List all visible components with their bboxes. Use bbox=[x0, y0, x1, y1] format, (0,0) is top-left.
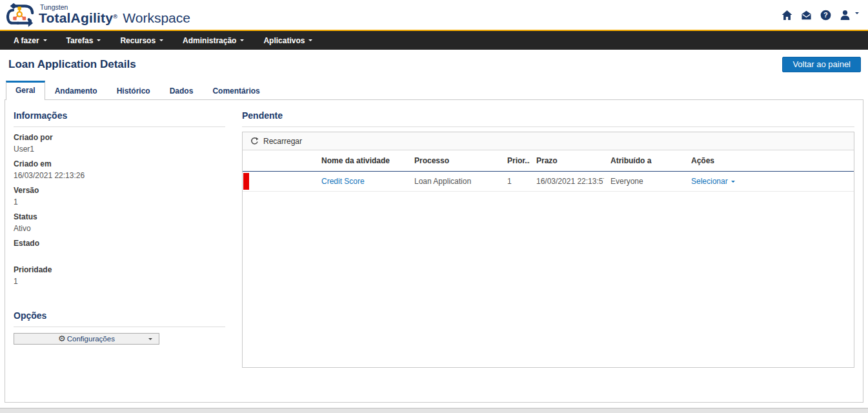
due-date-cell: 16/03/2021 22:13:57 bbox=[530, 172, 604, 192]
nav-item-a-fazer[interactable]: A fazer bbox=[4, 31, 57, 50]
priority-cell: 1 bbox=[501, 172, 530, 192]
nav-item-administracao[interactable]: Administração bbox=[173, 31, 254, 50]
pending-heading: Pendente bbox=[242, 100, 854, 127]
col-priority[interactable]: Prior... bbox=[501, 150, 530, 172]
nav-label: Administração bbox=[183, 36, 236, 45]
back-to-dashboard-button[interactable]: Voltar ao painel bbox=[782, 57, 861, 72]
tab-andamento[interactable]: Andamento bbox=[45, 81, 107, 100]
reload-label: Recarregar bbox=[263, 137, 302, 146]
registered-mark: ® bbox=[113, 14, 117, 20]
footer-strip bbox=[0, 408, 868, 413]
field-criado-por: Criado por User1 bbox=[14, 133, 225, 154]
field-value: Ativo bbox=[14, 224, 225, 233]
info-column: Informações Criado por User1 Criado em 1… bbox=[5, 100, 229, 402]
chevron-down-icon bbox=[43, 39, 47, 41]
field-value: 1 bbox=[14, 197, 225, 206]
field-value bbox=[14, 250, 225, 259]
field-status: Status Ativo bbox=[14, 212, 225, 233]
col-actions[interactable]: Ações bbox=[685, 150, 854, 172]
field-prioridade: Prioridade 1 bbox=[14, 265, 225, 286]
field-label: Criado por bbox=[14, 133, 225, 142]
field-label: Status bbox=[14, 212, 225, 221]
nav-label: A fazer bbox=[14, 36, 39, 45]
tab-bar: Geral Andamento Histórico Dados Comentár… bbox=[5, 81, 863, 100]
select-action-label: Selecionar bbox=[691, 177, 728, 186]
col-due-date[interactable]: Prazo bbox=[530, 150, 604, 172]
col-assigned-to[interactable]: Atribuído a bbox=[604, 150, 685, 172]
brand: Tungsten TotalAgility® Workspace bbox=[6, 2, 190, 28]
process-cell: Loan Application bbox=[408, 172, 501, 192]
content-panel: Informações Criado por User1 Criado em 1… bbox=[5, 99, 863, 403]
col-indicator bbox=[243, 150, 315, 172]
field-value: User1 bbox=[14, 145, 225, 154]
app-header: Tungsten TotalAgility® Workspace ? bbox=[0, 0, 868, 31]
assigned-to-cell: Everyone bbox=[604, 172, 685, 192]
col-activity-name[interactable]: Nome da atividade bbox=[315, 150, 408, 172]
priority-indicator-cell bbox=[243, 172, 315, 192]
nav-item-recursos[interactable]: Recursos bbox=[110, 31, 173, 50]
tab-dados[interactable]: Dados bbox=[160, 81, 203, 100]
user-menu-chevron-down-icon[interactable] bbox=[855, 12, 859, 14]
brand-text: Tungsten TotalAgility® Workspace bbox=[39, 4, 190, 25]
field-versao: Versão 1 bbox=[14, 186, 225, 206]
chevron-down-icon bbox=[240, 39, 244, 41]
settings-dropdown-button[interactable]: ⚙ Configurações bbox=[14, 333, 159, 345]
select-action-dropdown[interactable]: Selecionar bbox=[691, 177, 735, 186]
brand-workspace: Workspace bbox=[123, 10, 190, 25]
chevron-down-icon bbox=[97, 39, 101, 41]
activity-link[interactable]: Credit Score bbox=[321, 177, 365, 186]
field-label: Versão bbox=[14, 186, 225, 195]
options-heading: Opções bbox=[14, 300, 225, 327]
pending-column: Pendente Recarregar Nome da atividade bbox=[229, 100, 863, 402]
page-title: Loan Application Details bbox=[8, 58, 136, 71]
overdue-indicator bbox=[243, 173, 249, 190]
table-header-row: Nome da atividade Processo Prior... Praz… bbox=[243, 150, 854, 172]
reload-button[interactable]: Recarregar bbox=[243, 132, 854, 150]
tab-geral[interactable]: Geral bbox=[6, 81, 45, 100]
gear-icon: ⚙ bbox=[58, 334, 66, 343]
chevron-down-icon bbox=[308, 39, 312, 41]
header-icons: ? bbox=[782, 10, 859, 21]
home-icon[interactable] bbox=[782, 10, 792, 21]
tab-comentarios[interactable]: Comentários bbox=[203, 81, 269, 100]
inbox-mail-icon[interactable] bbox=[801, 10, 812, 21]
field-value: 16/03/2021 22:13:26 bbox=[14, 171, 225, 180]
field-label: Estado bbox=[14, 239, 225, 248]
info-heading: Informações bbox=[14, 100, 225, 127]
help-icon[interactable]: ? bbox=[820, 10, 831, 21]
svg-text:?: ? bbox=[823, 11, 828, 19]
field-estado: Estado bbox=[14, 239, 225, 259]
chevron-down-icon bbox=[148, 338, 152, 340]
nav-item-tarefas[interactable]: Tarefas bbox=[57, 31, 111, 50]
user-profile-icon[interactable] bbox=[840, 10, 851, 21]
chevron-down-icon bbox=[159, 39, 163, 41]
reload-icon bbox=[250, 137, 259, 145]
totalagility-logo-icon bbox=[6, 2, 35, 28]
field-criado-em: Criado em 16/03/2021 22:13:26 bbox=[14, 159, 225, 180]
pending-table: Nome da atividade Processo Prior... Praz… bbox=[243, 150, 854, 192]
main-nav: A fazer Tarefas Recursos Administração A… bbox=[0, 31, 868, 50]
field-label: Criado em bbox=[14, 159, 225, 168]
pending-grid: Recarregar Nome da atividade Processo Pr… bbox=[242, 132, 854, 368]
table-row: Credit Score Loan Application 1 16/03/20… bbox=[243, 172, 854, 192]
col-process[interactable]: Processo bbox=[408, 150, 501, 172]
brand-totalagility: TotalAgility bbox=[39, 10, 113, 25]
field-label: Prioridade bbox=[14, 265, 225, 274]
title-row: Loan Application Details Voltar ao paine… bbox=[0, 50, 868, 81]
nav-label: Aplicativos bbox=[263, 36, 305, 45]
field-value: 1 bbox=[14, 277, 225, 286]
settings-label: Configurações bbox=[67, 335, 115, 343]
nav-label: Tarefas bbox=[66, 36, 94, 45]
chevron-down-icon bbox=[731, 181, 735, 183]
nav-label: Recursos bbox=[120, 36, 156, 45]
nav-item-aplicativos[interactable]: Aplicativos bbox=[254, 31, 322, 50]
tab-historico[interactable]: Histórico bbox=[107, 81, 160, 100]
